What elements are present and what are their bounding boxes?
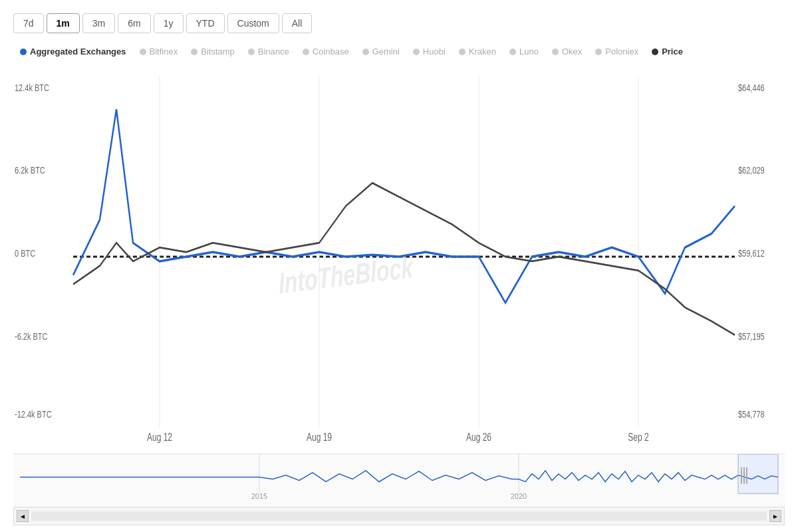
legend-label: Huobi [423,47,446,57]
time-btn-6m[interactable]: 6m [118,13,150,33]
legend-item-price[interactable]: Price [652,47,683,57]
svg-text:0 BTC: 0 BTC [15,247,35,259]
legend-dot [413,49,420,55]
main-chart: 12.4k BTC 6.2k BTC 0 BTC -6.2k BTC -12.4… [13,63,785,450]
time-btn-7d[interactable]: 7d [13,13,44,33]
svg-text:$59,612: $59,612 [738,247,765,259]
navigator: 2015 2020 [13,454,785,507]
legend-dot [459,49,466,55]
time-btn-1y[interactable]: 1y [154,13,184,33]
svg-text:-12.4k BTC: -12.4k BTC [15,409,52,420]
scrollbar[interactable]: ◄ ► [13,507,785,525]
scroll-left-button[interactable]: ◄ [17,510,29,522]
svg-text:Aug 12: Aug 12 [147,431,172,443]
time-btn-custom[interactable]: Custom [227,13,279,33]
legend-label: Kraken [469,47,496,57]
legend-dot [552,49,559,55]
legend-label: Okex [562,47,582,57]
chart-area: 12.4k BTC 6.2k BTC 0 BTC -6.2k BTC -12.4… [13,63,785,525]
svg-text:6.2k BTC: 6.2k BTC [15,165,45,176]
legend-dot [303,49,309,55]
svg-text:$57,195: $57,195 [738,331,765,342]
legend-label: Binance [258,47,289,57]
legend-item-huobi[interactable]: Huobi [413,47,446,57]
scroll-right-button[interactable]: ► [769,510,781,522]
legend-dot [652,49,658,55]
svg-text:Aug 19: Aug 19 [307,431,332,443]
legend-item-poloniex[interactable]: Poloniex [595,47,638,57]
svg-text:Aug 26: Aug 26 [466,431,491,443]
svg-text:$64,446: $64,446 [738,82,765,93]
svg-text:Sep 2: Sep 2 [628,431,648,443]
legend-label: Bitfinex [150,47,178,57]
legend-item-binance[interactable]: Binance [248,47,289,57]
legend-item-luno[interactable]: Luno [509,47,539,57]
legend-dot [140,49,146,55]
legend-label: Luno [519,47,539,57]
legend-label: Gemini [372,47,400,57]
legend-label: Coinbase [313,47,349,57]
legend-item-bitfinex[interactable]: Bitfinex [140,47,178,57]
svg-text:$62,029: $62,029 [738,165,765,176]
legend-item-aggregated-exchanges[interactable]: Aggregated Exchanges [20,47,126,57]
svg-text:IntoTheBlock: IntoTheBlock [277,251,415,300]
main-container: 7d1m3m6m1yYTDCustomAll Aggregated Exchan… [0,0,798,532]
legend-item-bitstamp[interactable]: Bitstamp [191,47,235,57]
legend: Aggregated ExchangesBitfinexBitstampBina… [13,47,785,57]
svg-text:12.4k BTC: 12.4k BTC [15,82,49,93]
svg-text:$54,778: $54,778 [738,409,765,420]
legend-item-coinbase[interactable]: Coinbase [303,47,349,57]
legend-item-gemini[interactable]: Gemini [362,47,400,57]
legend-label: Poloniex [605,47,638,57]
time-btn-ytd[interactable]: YTD [186,13,225,33]
legend-dot [191,49,198,55]
legend-dot [20,49,27,55]
legend-label: Price [662,47,683,57]
time-btn-1m[interactable]: 1m [47,13,80,33]
time-filter-bar: 7d1m3m6m1yYTDCustomAll [13,13,785,33]
legend-dot [509,49,516,55]
legend-item-kraken[interactable]: Kraken [459,47,496,57]
scroll-track[interactable] [31,511,767,521]
legend-label: Aggregated Exchanges [30,47,126,57]
legend-item-okex[interactable]: Okex [552,47,582,57]
time-btn-all[interactable]: All [282,13,313,33]
svg-rect-20 [13,454,785,507]
svg-text:-6.2k BTC: -6.2k BTC [15,331,48,342]
legend-dot [362,49,369,55]
legend-label: Bitstamp [201,47,235,57]
legend-dot [248,49,255,55]
time-btn-3m[interactable]: 3m [82,13,115,33]
legend-dot [595,49,602,55]
